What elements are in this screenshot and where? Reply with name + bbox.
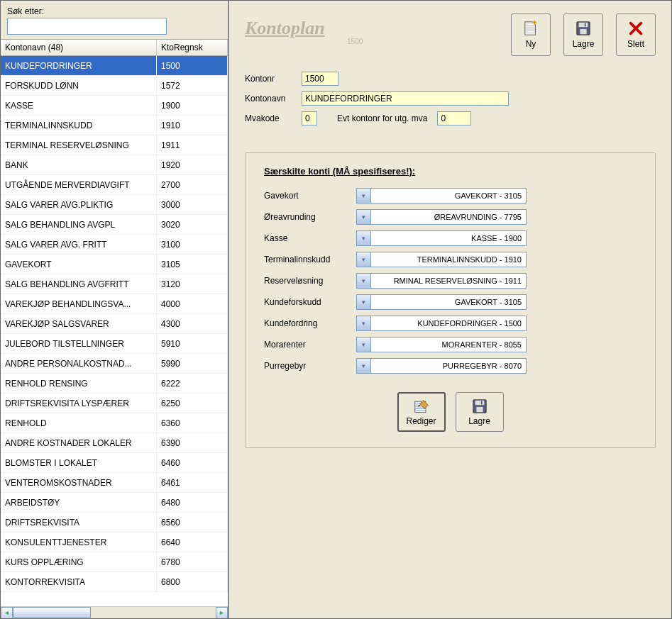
konto-select[interactable]: ▾KUNDEFORDRINGER - 1500	[356, 316, 527, 331]
table-row[interactable]: BANK1920	[1, 155, 228, 175]
table-row[interactable]: UTGÅENDE MERVERDIAVGIFT2700	[1, 175, 228, 195]
title-block: Kontoplan 1500	[245, 18, 363, 45]
konto-label: Kundeforskudd	[264, 297, 356, 307]
table-row[interactable]: GAVEKORT3105	[1, 255, 228, 274]
table-row[interactable]: KONTORREKVISITA6800	[1, 572, 228, 592]
save-button[interactable]: Lagre	[563, 13, 603, 56]
cell-kontonavn: FORSKUDD LØNN	[1, 76, 157, 96]
table-body[interactable]: KUNDEFORDRINGER1500FORSKUDD LØNN1572KASS…	[1, 56, 228, 606]
konto-select[interactable]: ▾PURREGEBYR - 8070	[356, 358, 527, 374]
konto-select[interactable]: ▾ØREAVRUNDING - 7795	[356, 209, 527, 225]
konto-row: Reserveløsning▾RMINAL RESERVELØSNING - 1…	[264, 273, 637, 289]
konto-select[interactable]: ▾GAVEKORT - 3105	[356, 188, 527, 203]
table-row[interactable]: SALG VARER AVG. FRITT3100	[1, 235, 228, 255]
floppy-icon	[472, 398, 488, 414]
cell-kontonavn: VAREKJØP BEHANDLINGSVA...	[1, 294, 157, 314]
document-new-icon	[523, 21, 539, 36]
search-input[interactable]	[7, 18, 167, 35]
kontonr-input[interactable]	[302, 72, 338, 86]
table-row[interactable]: VAREKJØP BEHANDLINGSVA...4000	[1, 294, 228, 314]
konto-row: Kasse▾KASSE - 1900	[264, 230, 637, 246]
mvakode-input[interactable]	[302, 111, 317, 126]
cell-kontonavn: SALG VARER AVG.PLIKTIG	[1, 195, 157, 215]
cell-kontonavn: KASSE	[1, 96, 157, 116]
table-row[interactable]: KURS OPPLÆRING6780	[1, 552, 228, 572]
konto-label: Kasse	[264, 233, 356, 243]
chevron-down-icon[interactable]: ▾	[357, 338, 371, 352]
cell-kontonavn: RENHOLD RENSING	[1, 374, 157, 394]
table-row[interactable]: SALG BEHANDLING AVGFRITT3120	[1, 274, 228, 294]
konto-select[interactable]: ▾MORARENTER - 8055	[356, 337, 527, 352]
cell-kontonavn: VENTEROMSKOSTNADER	[1, 473, 157, 493]
table-row[interactable]: ANDRE KOSTNADER LOKALER6390	[1, 433, 228, 453]
delete-button[interactable]: Slett	[616, 13, 656, 56]
table-row[interactable]: ANDRE PERSONALKOSTNAD...5990	[1, 354, 228, 374]
col-ktoregnsk[interactable]: KtoRegnsk	[157, 40, 228, 55]
col-kontonavn[interactable]: Kontonavn (48)	[1, 40, 157, 55]
kontonavn-label: Kontonavn	[245, 94, 296, 104]
table-row[interactable]: DRIFTSREKVISITA LYSPÆRER6250	[1, 394, 228, 413]
new-button[interactable]: Ny	[511, 13, 551, 56]
table-row[interactable]: KONSULENTTJENESTER6640	[1, 532, 228, 552]
evt-input[interactable]	[437, 111, 471, 126]
scroll-track[interactable]	[13, 607, 216, 619]
chevron-down-icon[interactable]: ▾	[357, 210, 371, 224]
cell-ktoregnsk: 1900	[157, 96, 228, 116]
table-row[interactable]: VENTEROMSKOSTNADER6461	[1, 473, 228, 493]
svg-rect-10	[480, 401, 482, 404]
table-row[interactable]: SALG VARER AVG.PLIKTIG3000	[1, 195, 228, 215]
scroll-right-button[interactable]: ►	[216, 607, 228, 619]
table-row[interactable]: TERMINAL RESERVELØSNING1911	[1, 135, 228, 155]
table-row[interactable]: VAREKJØP SALGSVARER4300	[1, 314, 228, 334]
svg-rect-3	[579, 23, 588, 27]
chevron-down-icon[interactable]: ▾	[357, 189, 371, 203]
cell-ktoregnsk: 3105	[157, 255, 228, 274]
table-row[interactable]: TERMINALINNSKUDD1910	[1, 116, 228, 135]
konto-row: Morarenter▾MORARENTER - 8055	[264, 337, 637, 352]
cell-ktoregnsk: 6460	[157, 453, 228, 473]
chevron-down-icon[interactable]: ▾	[357, 231, 371, 245]
konto-select-value: TERMINALINNSKUDD - 1910	[371, 252, 526, 267]
left-panel: Søk etter: Kontonavn (48) KtoRegnsk KUND…	[1, 1, 229, 618]
chevron-down-icon[interactable]: ▾	[357, 359, 371, 373]
cell-kontonavn: KURS OPPLÆRING	[1, 552, 157, 572]
kontonavn-input[interactable]	[302, 91, 509, 106]
cell-ktoregnsk: 6560	[157, 513, 228, 532]
table-row[interactable]: BLOMSTER I LOKALET6460	[1, 453, 228, 473]
account-table: Kontonavn (48) KtoRegnsk KUNDEFORDRINGER…	[1, 40, 228, 618]
cell-kontonavn: KONSULENTTJENESTER	[1, 532, 157, 552]
cell-kontonavn: RENHOLD	[1, 413, 157, 433]
table-row[interactable]: RENHOLD6360	[1, 413, 228, 433]
floppy-icon	[575, 21, 591, 36]
evt-label: Evt kontonr for utg. mva	[337, 113, 427, 123]
table-row[interactable]: DRIFTSREKVISITA6560	[1, 513, 228, 532]
konto-select[interactable]: ▾TERMINALINNSKUDD - 1910	[356, 252, 527, 267]
table-row[interactable]: SALG BEHANDLING AVGPL3020	[1, 215, 228, 235]
cell-kontonavn: ANDRE PERSONALKOSTNAD...	[1, 354, 157, 374]
edit-button[interactable]: Rediger	[397, 392, 446, 432]
table-row[interactable]: JULEBORD TILSTELLNINGER5910	[1, 334, 228, 354]
cell-ktoregnsk: 6360	[157, 413, 228, 433]
table-header: Kontonavn (48) KtoRegnsk	[1, 40, 228, 56]
konto-label: Gavekort	[264, 191, 356, 201]
chevron-down-icon[interactable]: ▾	[357, 252, 371, 267]
table-row[interactable]: FORSKUDD LØNN1572	[1, 76, 228, 96]
konto-select[interactable]: ▾RMINAL RESERVELØSNING - 1911	[356, 273, 527, 289]
scroll-left-button[interactable]: ◄	[1, 607, 13, 619]
cell-ktoregnsk: 6800	[157, 572, 228, 592]
group-save-button[interactable]: Lagre	[456, 392, 504, 432]
cell-kontonavn: BLOMSTER I LOKALET	[1, 453, 157, 473]
table-row[interactable]: ARBEIDSTØY6480	[1, 493, 228, 513]
konto-select[interactable]: ▾KASSE - 1900	[356, 230, 527, 246]
scroll-thumb[interactable]	[13, 607, 91, 618]
konto-select[interactable]: ▾GAVEKORT - 3105	[356, 294, 527, 310]
chevron-down-icon[interactable]: ▾	[357, 295, 371, 309]
chevron-down-icon[interactable]: ▾	[357, 274, 371, 288]
cell-kontonavn: SALG BEHANDLING AVGPL	[1, 215, 157, 235]
cell-kontonavn: SALG VARER AVG. FRITT	[1, 235, 157, 255]
table-row[interactable]: KASSE1900	[1, 96, 228, 116]
table-row[interactable]: RENHOLD RENSING6222	[1, 374, 228, 394]
table-row[interactable]: KUNDEFORDRINGER1500	[1, 56, 228, 76]
horizontal-scrollbar[interactable]: ◄ ►	[1, 606, 228, 618]
chevron-down-icon[interactable]: ▾	[357, 316, 371, 330]
